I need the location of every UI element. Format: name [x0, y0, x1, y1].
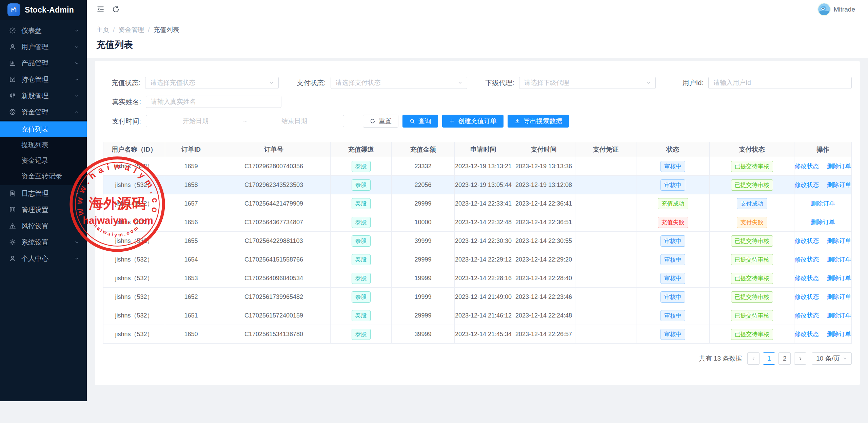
cell-user: jishns（532）: [103, 325, 165, 344]
search-button[interactable]: 查询: [402, 115, 438, 128]
breadcrumb-separator: /: [113, 26, 115, 34]
cell-operations: 修改状态删除订单: [794, 325, 852, 344]
cell-pay-status: 支付成功: [710, 194, 794, 213]
sidebar-subitem[interactable]: 提现列表: [0, 137, 87, 153]
cell-channel: 泰股: [331, 306, 392, 325]
delete-order-link[interactable]: 删除订单: [827, 256, 851, 263]
delete-order-link[interactable]: 删除订单: [827, 331, 851, 338]
sidebar-item-product-management[interactable]: 产品管理: [0, 55, 87, 71]
chevron-down-icon: [74, 61, 79, 66]
sidebar-item-fund-management[interactable]: 资金管理: [0, 104, 87, 120]
cell-voucher: [575, 250, 636, 269]
delete-order-link[interactable]: 删除订单: [827, 181, 851, 188]
sidebar-item-log-management[interactable]: 日志管理: [0, 185, 87, 201]
cell-pay-status: 已提交待审核: [710, 176, 794, 194]
create-recharge-order-button[interactable]: 创建充值订单: [442, 115, 504, 128]
delete-order-link[interactable]: 删除订单: [827, 163, 851, 170]
sidebar-item-admin-settings[interactable]: 管理设置: [0, 201, 87, 218]
agent-label: 下级代理:: [481, 78, 514, 88]
real-name-input[interactable]: [146, 96, 281, 108]
agent-select[interactable]: 请选择下级代理: [519, 77, 656, 89]
pagination-next-button[interactable]: [794, 352, 806, 365]
cell-operations: 修改状态删除订单: [794, 176, 852, 194]
cell-order-no: C1702564229881103: [217, 232, 331, 250]
reset-button[interactable]: 重置: [363, 115, 398, 128]
pagination-page-button[interactable]: 2: [778, 352, 791, 365]
delete-order-link[interactable]: 删除订单: [827, 275, 851, 282]
sidebar-item-risk-settings[interactable]: 风控设置: [0, 218, 87, 234]
pay-time-range[interactable]: ~: [146, 115, 344, 127]
status-badge: 充值失败: [658, 217, 688, 228]
pagination-page-button[interactable]: 1: [763, 352, 775, 365]
sidebar-item-new-stock-management[interactable]: 新股管理: [0, 88, 87, 104]
cell-pay-status: 支付失败: [710, 213, 794, 232]
cell-user: jishns（532）: [103, 250, 165, 269]
end-date-input[interactable]: [250, 117, 339, 125]
delete-order-link[interactable]: 删除订单: [827, 237, 851, 244]
sidebar-subitem[interactable]: 充值列表: [0, 121, 87, 137]
cell-status: 审核中: [636, 232, 710, 250]
modify-status-link[interactable]: 修改状态: [795, 312, 819, 319]
pay-status-badge: 已提交待审核: [731, 291, 773, 303]
avatar: [818, 3, 830, 15]
page-size-select[interactable]: 10 条/页: [812, 352, 852, 365]
breadcrumb-item[interactable]: 主页: [96, 25, 109, 34]
table-row: jishns（532）1652C1702561739965482泰股199992…: [103, 288, 852, 306]
channel-badge: 泰股: [352, 254, 371, 265]
chevron-down-icon: [74, 240, 79, 245]
cell-order-id: 1654: [165, 250, 217, 269]
pay-status-badge: 已提交待审核: [731, 235, 773, 247]
sidebar-item-user-management[interactable]: 用户管理: [0, 39, 87, 55]
cell-status: 充值失败: [636, 213, 710, 232]
cell-channel: 泰股: [331, 213, 392, 232]
modify-status-link[interactable]: 修改状态: [795, 331, 819, 338]
cell-order-id: 1653: [165, 269, 217, 288]
cell-order-no: C1702561534138780: [217, 325, 331, 344]
table-row: jishns（532）1659C1702962800740356泰股233322…: [103, 157, 852, 176]
table-row: jishns（532）1657C1702564421479909泰股299992…: [103, 194, 852, 213]
user-menu[interactable]: Mitrade: [818, 3, 855, 15]
cell-status: 审核中: [636, 157, 710, 176]
refresh-icon[interactable]: [112, 5, 120, 14]
modify-status-link[interactable]: 修改状态: [795, 181, 819, 188]
start-date-input[interactable]: [151, 117, 240, 125]
sidebar-subitem[interactable]: 资金记录: [0, 153, 87, 168]
table-row: jishns（532）1653C1702564096040534泰股199992…: [103, 269, 852, 288]
chevron-down-icon: [74, 191, 79, 196]
cell-pay-status: 已提交待审核: [710, 288, 794, 306]
user-id-input[interactable]: [708, 77, 852, 89]
modify-status-link[interactable]: 修改状态: [795, 293, 819, 300]
modify-status-link[interactable]: 修改状态: [795, 256, 819, 263]
recharge-status-select[interactable]: 请选择充值状态: [145, 77, 279, 89]
cell-operations: 修改状态删除订单: [794, 157, 852, 176]
cell-amount: 22056: [392, 176, 455, 194]
modify-status-link[interactable]: 修改状态: [795, 163, 819, 170]
cell-operations: 修改状态删除订单: [794, 269, 852, 288]
sidebar-item-dashboard[interactable]: 仪表盘: [0, 22, 87, 39]
chevron-down-icon: [74, 207, 79, 212]
pay-status-badge: 已提交待审核: [731, 310, 773, 321]
user-id-label: 用户Id:: [673, 78, 704, 88]
cell-user: jishns（532）: [103, 306, 165, 325]
sidebar-item-personal-center[interactable]: 个人中心: [0, 250, 87, 267]
collapse-sidebar-icon[interactable]: [96, 5, 105, 14]
sidebar-item-system-settings[interactable]: 系统设置: [0, 234, 87, 250]
delete-order-link[interactable]: 删除订单: [811, 200, 835, 207]
cell-order-id: 1656: [165, 213, 217, 232]
candlestick-icon: [9, 92, 16, 99]
modify-status-link[interactable]: 修改状态: [795, 275, 819, 282]
breadcrumb-item[interactable]: 资金管理: [118, 25, 144, 34]
export-search-data-button[interactable]: 导出搜索数据: [508, 115, 569, 128]
cell-order-id: 1655: [165, 232, 217, 250]
modify-status-link[interactable]: 修改状态: [795, 237, 819, 244]
filter-row-1: 充值状态: 请选择充值状态 支付状态: 请选择支付状态 下级代理: 请选择下级代…: [103, 77, 852, 89]
sidebar-item-position-management[interactable]: 持仓管理: [0, 71, 87, 88]
delete-order-link[interactable]: 删除订单: [827, 293, 851, 300]
delete-order-link[interactable]: 删除订单: [827, 312, 851, 319]
pay-status-select[interactable]: 请选择支付状态: [331, 77, 468, 89]
delete-order-link[interactable]: 删除订单: [811, 219, 835, 226]
pagination-prev-button[interactable]: [747, 352, 760, 365]
sidebar-subitem[interactable]: 资金互转记录: [0, 168, 87, 184]
topbar: Mitrade: [87, 0, 868, 19]
status-badge: 充值成功: [658, 198, 688, 209]
